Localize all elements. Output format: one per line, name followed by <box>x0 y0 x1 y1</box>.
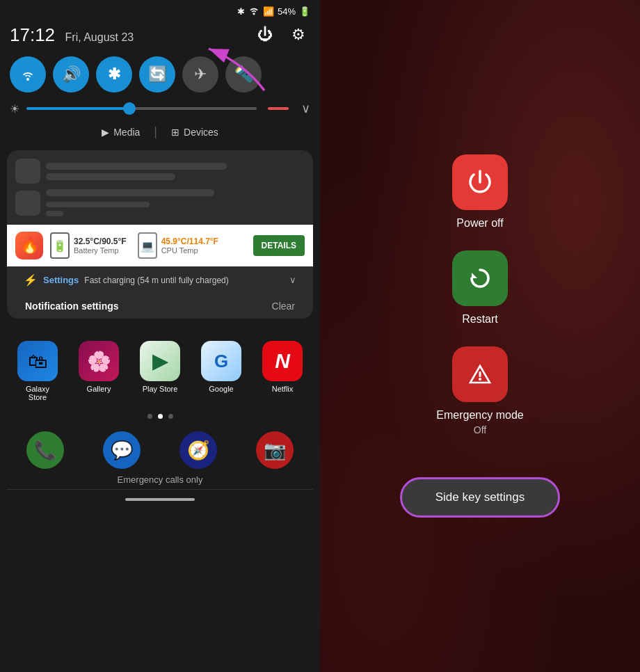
battery-temp-item: 🔋 32.5°C/90.5°F Battery Temp <box>50 232 127 259</box>
netflix-icon: N <box>262 341 303 381</box>
battery-icon-temp: 🔋 <box>50 232 70 259</box>
power-off-circle <box>452 154 508 210</box>
emergency-mode-sublabel: Off <box>474 424 486 435</box>
netflix-label: Netflix <box>272 385 294 393</box>
battery-temp-label: Battery Temp <box>74 246 127 255</box>
media-devices-divider: | <box>154 125 157 139</box>
status-bar: ✱ 📶 54% 🔋 <box>0 0 320 20</box>
devices-grid-icon: ⊞ <box>171 127 179 138</box>
play-store-icon: ▶ <box>140 341 180 381</box>
galaxy-store-label: GalaxyStore <box>26 385 49 401</box>
app-google[interactable]: G Google <box>201 341 241 401</box>
media-devices-row: ▶ Media | ⊞ Devices <box>0 120 320 145</box>
sync-toggle[interactable]: 🔄 <box>139 56 175 93</box>
clear-notifications-button[interactable]: Clear <box>272 301 295 312</box>
power-off-button[interactable]: Power off <box>452 154 508 230</box>
navigation-icon: 🧭 <box>179 431 217 469</box>
camera-icon: 📷 <box>256 431 294 469</box>
wifi-status-icon <box>248 6 259 17</box>
svg-rect-2 <box>479 371 481 377</box>
gallery-icon: 🌸 <box>79 341 119 381</box>
cpu-icon-temp: 💻 <box>138 232 157 259</box>
page-dot-3 <box>168 414 173 419</box>
app-messages[interactable]: 💬 <box>103 431 141 469</box>
signal-icon: 📶 <box>263 6 274 17</box>
page-dot-2 <box>158 414 163 419</box>
restart-circle <box>452 250 508 306</box>
header-buttons: ⏻ ⚙ <box>253 23 310 47</box>
status-icons: ✱ 📶 54% 🔋 <box>237 6 310 17</box>
expand-icon[interactable]: ∨ <box>301 101 310 116</box>
bottom-app-row: 📞 💬 🧭 📷 <box>7 426 313 472</box>
svg-point-3 <box>479 378 481 381</box>
brightness-sub-slider <box>268 107 289 110</box>
left-panel: ✱ 📶 54% 🔋 17:12 Fri, August 23 ⏻ ⚙ 🔊 ✱ <box>0 0 320 672</box>
restart-label: Restart <box>462 313 498 326</box>
app-camera[interactable]: 📷 <box>256 431 294 469</box>
emergency-mode-button[interactable]: Emergency mode Off <box>436 346 523 435</box>
media-button[interactable]: ▶ Media <box>102 127 140 138</box>
header-row: 17:12 Fri, August 23 ⏻ ⚙ <box>0 20 320 52</box>
quick-toggles-row: 🔊 ✱ 🔄 ✈ 🔦 <box>0 52 320 97</box>
cpu-temp-label: CPU Temp <box>161 246 218 255</box>
app-galaxy-store[interactable]: 🛍 GalaxyStore <box>17 341 58 401</box>
play-store-label: Play Store <box>143 385 178 393</box>
wifi-toggle[interactable] <box>10 56 46 93</box>
side-key-settings-button[interactable]: Side key settings <box>400 477 561 518</box>
charging-row: ⚡ Settings Fast charging (54 m until ful… <box>14 266 306 294</box>
media-label: Media <box>113 127 140 138</box>
app-gallery[interactable]: 🌸 Gallery <box>79 341 119 401</box>
airplane-toggle[interactable]: ✈ <box>182 56 218 93</box>
media-play-icon: ▶ <box>102 127 109 138</box>
bluetooth-toggle[interactable]: ✱ <box>96 56 132 93</box>
bluetooth-status-icon: ✱ <box>237 6 245 17</box>
messages-icon: 💬 <box>103 431 141 469</box>
app-row-main: 🛍 GalaxyStore 🌸 Gallery ▶ Play Store G G… <box>7 335 313 407</box>
details-button[interactable]: DETAILS <box>253 235 305 256</box>
notification-settings-label[interactable]: Notification settings <box>25 301 119 312</box>
flashlight-toggle[interactable]: 🔦 <box>225 56 262 93</box>
google-icon: G <box>201 341 241 381</box>
notification-settings-bar: Notification settings Clear <box>14 294 306 319</box>
galaxy-store-icon: 🛍 <box>17 341 58 381</box>
nav-bar-line <box>125 498 195 501</box>
emergency-circle <box>452 346 508 402</box>
nav-bar <box>7 489 313 505</box>
devices-button[interactable]: ⊞ Devices <box>171 127 218 138</box>
right-panel: Power off Restart Emergency mode Off Sid… <box>320 0 640 672</box>
blurred-notifications <box>7 150 313 225</box>
power-button[interactable]: ⏻ <box>253 23 277 47</box>
devices-label: Devices <box>184 127 218 138</box>
app-navigation[interactable]: 🧭 <box>179 431 217 469</box>
charging-expand-icon[interactable]: ∨ <box>289 275 296 285</box>
page-dot-1 <box>147 414 152 419</box>
emergency-calls-text: Emergency calls only <box>7 472 313 489</box>
svg-marker-1 <box>472 273 477 278</box>
cpu-temp-value: 45.9°C/114.7°F <box>161 237 218 246</box>
settings-button[interactable]: ⚙ <box>287 23 310 47</box>
temp-app-icon: 🔥 <box>15 232 43 259</box>
notification-area: 🔥 🔋 32.5°C/90.5°F Battery Temp 💻 45.9°C/… <box>7 150 313 319</box>
cpu-temp-item: 💻 45.9°C/114.7°F CPU Temp <box>138 232 218 259</box>
charging-settings-link[interactable]: Settings <box>43 275 79 285</box>
gallery-label: Gallery <box>87 385 111 393</box>
volume-toggle[interactable]: 🔊 <box>53 56 89 93</box>
emergency-mode-label: Emergency mode <box>436 409 523 422</box>
temp-notification: 🔥 🔋 32.5°C/90.5°F Battery Temp 💻 45.9°C/… <box>7 225 313 266</box>
phone-icon: 📞 <box>26 431 64 469</box>
brightness-low-icon: ☀ <box>10 102 19 115</box>
power-off-label: Power off <box>456 217 503 230</box>
app-netflix[interactable]: N Netflix <box>262 341 303 401</box>
charging-text: Fast charging (54 m until fully charged) <box>84 275 228 285</box>
restart-button[interactable]: Restart <box>452 250 508 326</box>
time-date: 17:12 Fri, August 23 <box>10 24 134 46</box>
app-phone[interactable]: 📞 <box>26 431 64 469</box>
battery-icon: 🔋 <box>299 6 310 17</box>
lightning-icon: ⚡ <box>24 273 38 287</box>
app-play-store[interactable]: ▶ Play Store <box>140 341 180 401</box>
page-dots <box>7 407 313 426</box>
time-display: 17:12 <box>10 24 55 45</box>
brightness-slider[interactable] <box>26 107 257 110</box>
date-display: Fri, August 23 <box>65 31 134 43</box>
brightness-row: ☀ ∨ <box>0 97 320 120</box>
